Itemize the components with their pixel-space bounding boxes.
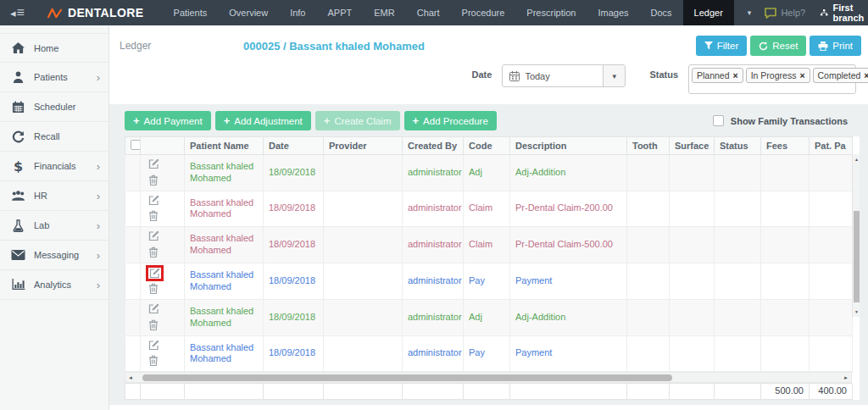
nav-docs[interactable]: Docs	[640, 0, 683, 25]
branch-selector[interactable]: First branch	[821, 3, 868, 23]
nav-patients[interactable]: Patients	[163, 0, 219, 25]
create-claim-button[interactable]: +Create Claim	[315, 111, 400, 130]
delete-row-button[interactable]	[146, 245, 161, 259]
cell-surface	[670, 263, 715, 300]
add-adjustment-button[interactable]: +Add Adjustment	[215, 111, 311, 130]
person-icon	[11, 71, 25, 84]
scroll-down-icon[interactable]: ▼	[853, 309, 860, 314]
sidebar-item-home[interactable]: Home	[0, 33, 108, 63]
date-filter-label: Date	[472, 64, 492, 80]
col-patient-name[interactable]: Patient Name	[185, 137, 264, 155]
svg-text:$: $	[14, 159, 23, 173]
horizontal-scroll-thumb[interactable]	[142, 374, 672, 381]
edit-row-button[interactable]	[146, 302, 162, 316]
sidebar-item-scheduler[interactable]: Scheduler	[0, 92, 108, 122]
cell-created-by: administrator	[403, 191, 464, 227]
nav-procedure[interactable]: Procedure	[451, 0, 516, 25]
show-family-checkbox[interactable]	[713, 115, 724, 126]
col-status[interactable]: Status	[715, 137, 761, 155]
sidebar-item-recall[interactable]: Recall	[0, 122, 108, 152]
left-sidebar: Home Patients › Scheduler Recall $ Finan…	[0, 25, 109, 410]
delete-row-button[interactable]	[146, 318, 161, 332]
delete-row-button[interactable]	[146, 208, 161, 223]
sidebar-item-lab[interactable]: Lab ›	[0, 211, 108, 241]
sidebar-item-patients[interactable]: Patients ›	[0, 63, 108, 92]
delete-row-button[interactable]	[146, 353, 161, 368]
cell-code: Adj	[464, 300, 510, 336]
print-button[interactable]: Print	[810, 36, 861, 56]
cell-actions	[141, 300, 185, 336]
edit-row-button[interactable]	[146, 265, 164, 281]
nav-chart[interactable]: Chart	[406, 0, 451, 25]
col-surface[interactable]: Surface	[670, 137, 715, 155]
select-all-checkbox[interactable]	[131, 140, 141, 150]
horizontal-scrollbar[interactable]: ◄ ►	[125, 372, 852, 383]
nav-ledger[interactable]: Ledger	[683, 0, 734, 25]
scroll-right-icon[interactable]: ►	[843, 373, 849, 382]
sidebar-item-messaging[interactable]: Messaging ›	[0, 241, 108, 270]
col-created-by[interactable]: Created By	[403, 137, 464, 155]
table-header-row: Patient Name Date Provider Created By Co…	[125, 137, 853, 155]
delete-row-button[interactable]	[146, 281, 161, 296]
cell-patient-name: Bassant khaled Mohamed	[185, 335, 264, 372]
edit-row-button[interactable]	[146, 193, 162, 208]
remove-tag-icon[interactable]: ×	[864, 70, 868, 80]
status-tag: In Progress×	[746, 68, 810, 83]
nav-overview[interactable]: Overview	[218, 0, 279, 25]
edit-row-button[interactable]	[146, 157, 162, 171]
date-select-caret[interactable]: ▾	[603, 65, 625, 86]
trash-icon	[148, 283, 159, 294]
cell-actions	[141, 263, 185, 300]
envelope-icon	[11, 250, 25, 260]
edit-row-button[interactable]	[146, 338, 162, 352]
cell-code: Pay	[464, 263, 510, 300]
ledger-row: Bassant khaled Mohamed 18/09/2018 admini…	[125, 155, 853, 191]
nav-appt[interactable]: APPT	[317, 0, 364, 25]
add-payment-button[interactable]: +Add Payment	[125, 111, 211, 130]
col-date[interactable]: Date	[264, 137, 324, 155]
sidebar-collapse-button[interactable]: ◂≡	[10, 0, 25, 25]
cell-description: Pr-Dental Claim-200.00	[510, 191, 627, 227]
nav-images[interactable]: Images	[587, 0, 639, 25]
cell-tooth	[627, 300, 670, 336]
col-fees[interactable]: Fees	[761, 137, 810, 155]
nav-emr[interactable]: EMR	[363, 0, 405, 25]
cell-provider	[324, 227, 403, 263]
sidebar-item-analytics[interactable]: Analytics ›	[0, 270, 108, 300]
filter-button[interactable]: Filter	[696, 36, 748, 56]
scroll-up-icon[interactable]: ▲	[853, 157, 860, 162]
reset-button[interactable]: Reset	[750, 36, 806, 56]
cell-date: 18/09/2018	[264, 335, 324, 372]
date-range-select[interactable]: Today ▾	[502, 64, 626, 87]
sidebar-item-financials[interactable]: $ Financials ›	[0, 152, 108, 181]
col-tooth[interactable]: Tooth	[627, 137, 670, 155]
vertical-scrollbar[interactable]: ▲ ▼	[852, 154, 860, 317]
add-procedure-button[interactable]: +Add Procedure	[404, 111, 497, 130]
col-provider[interactable]: Provider	[324, 137, 403, 155]
remove-tag-icon[interactable]: ×	[799, 70, 804, 80]
patient-ledger-link[interactable]: 000025 / Bassant khaled Mohamed	[243, 40, 425, 53]
edit-row-button[interactable]	[146, 229, 162, 243]
col-description[interactable]: Description	[510, 137, 627, 155]
scroll-left-icon[interactable]: ◄	[128, 373, 133, 382]
ledger-table: Patient Name Date Provider Created By Co…	[125, 136, 853, 372]
nav-prescription[interactable]: Prescription	[515, 0, 587, 25]
col-pat-paid[interactable]: Pat. Pa	[810, 137, 853, 155]
nav-overflow-caret[interactable]: ▾	[734, 0, 765, 25]
vertical-scroll-thumb[interactable]	[854, 211, 860, 302]
main-content: Ledger 000025 / Bassant khaled Mohamed F…	[109, 25, 868, 410]
col-code[interactable]: Code	[464, 137, 510, 155]
help-button[interactable]: Help?	[765, 8, 805, 19]
delete-row-button[interactable]	[146, 173, 161, 187]
sidebar-item-hr[interactable]: HR ›	[0, 181, 108, 211]
cell-status	[715, 263, 761, 300]
remove-tag-icon[interactable]: ×	[733, 70, 738, 80]
cell-code: Claim	[464, 191, 510, 227]
ledger-row: Bassant khaled Mohamed 18/09/2018 admini…	[125, 335, 853, 372]
status-filter-box[interactable]: Planned× In Progress× Completed×	[688, 64, 856, 94]
trash-icon	[148, 355, 159, 366]
app-brand: DENTALORE	[47, 0, 144, 25]
dollar-icon: $	[11, 159, 25, 173]
nav-info[interactable]: Info	[279, 0, 316, 25]
cell-surface	[670, 191, 715, 227]
